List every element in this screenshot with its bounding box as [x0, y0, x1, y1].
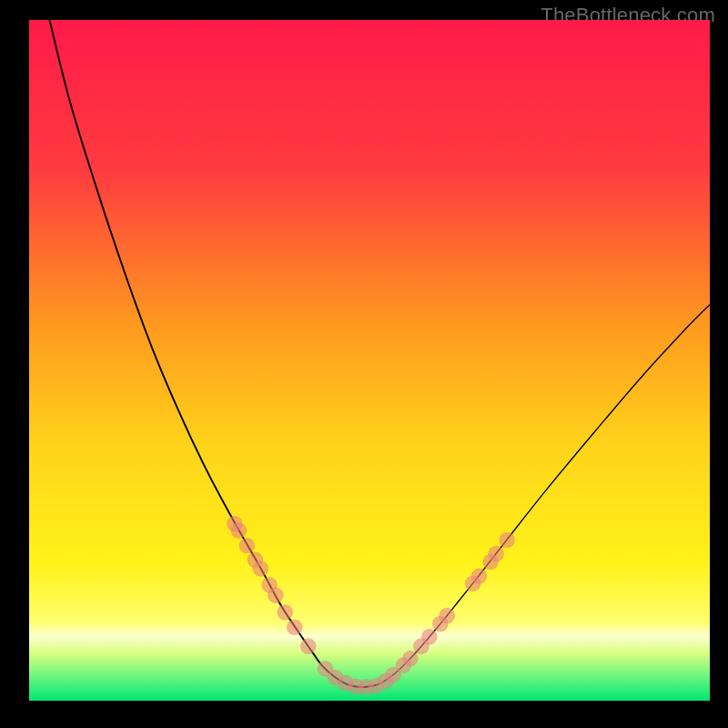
data-marker [239, 538, 256, 554]
plot-area [29, 20, 710, 701]
data-marker [421, 629, 438, 645]
data-marker [300, 638, 317, 654]
data-marker [268, 587, 284, 603]
data-marker [402, 651, 419, 667]
data-marker [287, 619, 303, 635]
gradient-background [29, 20, 710, 701]
chart-svg [29, 20, 710, 701]
data-marker [253, 561, 269, 577]
data-marker [277, 604, 293, 621]
data-marker [488, 546, 504, 562]
data-marker [439, 608, 455, 624]
data-marker [231, 522, 248, 539]
chart-stage: TheBottleneck.com [0, 0, 728, 728]
data-marker [471, 568, 488, 584]
data-marker [499, 532, 515, 549]
